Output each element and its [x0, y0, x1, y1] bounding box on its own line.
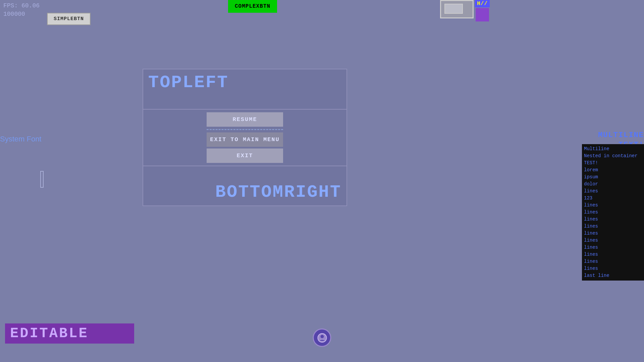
bottom-section: BOTTOMRIGHT [143, 166, 346, 206]
black-panel-line: lines [584, 223, 642, 230]
top-section: TOPLEFT [143, 69, 346, 110]
nested-label-btn: H// [475, 0, 490, 21]
black-panel-line: lines [584, 216, 642, 223]
bottom-icon-svg [317, 333, 327, 343]
black-panel-line: lines [584, 202, 642, 209]
svg-point-1 [320, 335, 324, 338]
hll-btn[interactable]: H// [475, 0, 490, 7]
multiline-line1: MULTILINE [598, 131, 644, 140]
black-panel-line: lines [584, 230, 642, 237]
nested-box [440, 0, 474, 18]
nested-container-widget: H// [440, 0, 490, 21]
editable-box[interactable]: EDITABLE [5, 323, 134, 344]
topleft-label: TOPLEFT [148, 73, 341, 93]
nested-box-inner [444, 4, 463, 14]
system-font-label: System Font [0, 135, 41, 143]
black-panel-line: ipsum [584, 174, 642, 181]
black-panel-line: lines [584, 209, 642, 216]
black-panel-line: lines [584, 244, 642, 251]
resume-button[interactable]: RESUME [207, 112, 283, 127]
middle-section: RESUME EXIT TO MAIN MENU EXIT [143, 110, 346, 166]
exit-main-menu-button[interactable]: EXIT TO MAIN MENU [207, 132, 283, 147]
bottomright-label: BOTTOMRIGHT [215, 182, 341, 202]
black-panel-line: lines [584, 188, 642, 195]
fps-sub: 100000 [3, 10, 40, 18]
simple-btn[interactable]: SIMPLEBTN [47, 13, 91, 25]
complex-btn[interactable]: COMPLEXBTN [228, 0, 277, 13]
dotted-divider [207, 129, 283, 130]
black-panel-line: lines [584, 265, 642, 272]
black-panel-line: Nested in container [584, 153, 642, 160]
black-panel-line: lines [584, 251, 642, 258]
bottom-icon[interactable] [313, 328, 331, 347]
fps-value: FPS: 60.06 [3, 2, 40, 10]
editable-label: EDITABLE [10, 325, 89, 342]
black-panel-line: Multiline [584, 145, 642, 153]
black-panel: MultilineNested in containerTEST!loremip… [582, 144, 644, 281]
fps-counter: FPS: 60.06 100000 [3, 2, 40, 18]
purple-rect [476, 8, 489, 21]
black-panel-line: lines [584, 258, 642, 265]
black-panel-line: last line [584, 272, 642, 279]
left-indicator [40, 171, 44, 188]
black-panel-line: 123 [584, 195, 642, 202]
main-panel: TOPLEFT RESUME EXIT TO MAIN MENU EXIT BO… [143, 69, 347, 206]
black-panel-line: TEST! [584, 160, 642, 167]
black-panel-line: dolor [584, 181, 642, 188]
exit-button[interactable]: EXIT [207, 148, 283, 163]
black-panel-line: lines [584, 237, 642, 244]
black-panel-line: lorem [584, 167, 642, 174]
